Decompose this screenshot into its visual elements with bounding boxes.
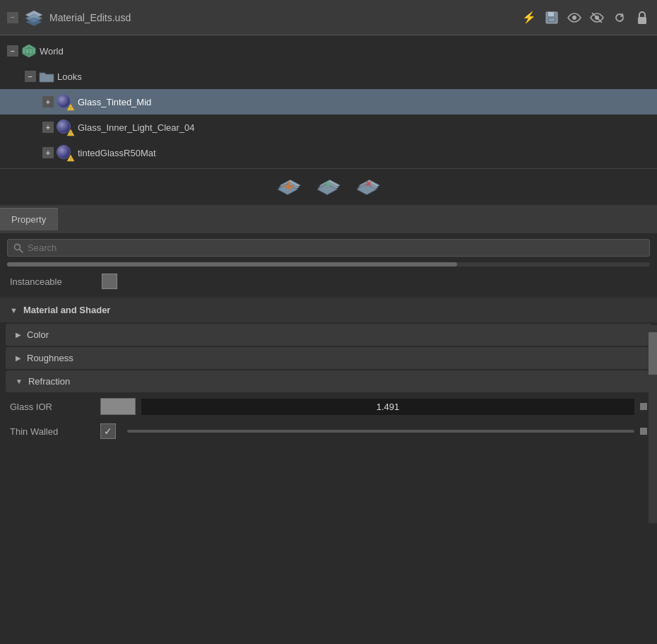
collapse-world[interactable]: − xyxy=(7,45,18,57)
lightning-icon[interactable]: ⚡ xyxy=(521,10,537,25)
load-sublayer-button[interactable] xyxy=(276,175,302,200)
subsection-roughness[interactable]: ▶ Roughness xyxy=(6,347,651,369)
tree-label-world: World xyxy=(40,46,64,57)
tree-item-world[interactable]: − World xyxy=(0,38,657,64)
warning-triangle-icon: ! xyxy=(66,103,75,111)
expand-tinted-glass[interactable]: + xyxy=(42,147,54,158)
subsection-label-refraction: Refraction xyxy=(28,376,70,387)
property-header: Property xyxy=(0,205,657,233)
glass-ior-input[interactable] xyxy=(141,399,634,415)
property-tab[interactable]: Property xyxy=(0,208,58,230)
search-scrollbar xyxy=(7,262,650,267)
instanceable-row: Instanceable xyxy=(0,269,657,293)
lock-icon[interactable] xyxy=(634,10,650,25)
svg-rect-10 xyxy=(638,17,646,24)
expand-glass-inner[interactable]: + xyxy=(42,122,54,133)
thin-walled-dot xyxy=(640,428,647,435)
instanceable-checkbox[interactable] xyxy=(102,274,117,289)
tree-label-glass-tinted-mid: Glass_Tinted_Mid xyxy=(78,97,151,107)
glass-ior-dot xyxy=(640,403,647,410)
thin-walled-checkbox[interactable]: ✓ xyxy=(100,423,116,439)
subsection-refraction[interactable]: ▼ Refraction xyxy=(6,370,651,392)
field-glass-ior: Glass IOR xyxy=(0,394,657,419)
tree-item-looks[interactable]: − Looks xyxy=(0,64,657,89)
search-input[interactable] xyxy=(28,242,644,253)
title-actions: ⚡ xyxy=(521,10,650,25)
search-icon xyxy=(13,243,23,253)
layers-icon xyxy=(24,9,44,26)
title-filename: Material_Edits.usd xyxy=(49,12,131,23)
eye-icon[interactable] xyxy=(567,10,582,25)
material-icon-glass-inner: ! xyxy=(57,118,75,136)
section-material-shader[interactable]: ▼ Material and Shader xyxy=(0,298,657,322)
remove-sublayer-button[interactable]: ✕ xyxy=(355,175,381,200)
subsection-chevron-refraction: ▼ xyxy=(16,377,23,385)
expand-glass-tinted[interactable]: + xyxy=(42,96,54,107)
minimize-button[interactable]: − xyxy=(7,12,18,23)
world-icon xyxy=(21,43,37,59)
title-bar: − Material_Edits.usd ⚡ xyxy=(0,0,657,35)
right-scrollbar[interactable] xyxy=(649,325,657,523)
glass-ior-swatch[interactable] xyxy=(100,398,136,415)
thin-walled-slider[interactable] xyxy=(127,430,634,433)
svg-text:✕: ✕ xyxy=(365,180,372,188)
refresh-icon[interactable] xyxy=(612,10,627,25)
collapse-looks[interactable]: − xyxy=(25,71,36,82)
svg-rect-4 xyxy=(548,12,554,16)
eye-slash-icon[interactable] xyxy=(589,10,605,25)
subsection-label-roughness: Roughness xyxy=(27,353,73,363)
search-scrollbar-thumb xyxy=(7,262,457,267)
warning-triangle-icon-3: ! xyxy=(66,153,75,162)
search-bar xyxy=(7,239,650,257)
tree-item-glass-inner[interactable]: + ! Glass_Inner_Light_Clear_04 xyxy=(0,115,657,140)
svg-text:+: + xyxy=(326,180,331,188)
subsection-chevron-color: ▶ xyxy=(16,331,21,339)
subsection-label-color: Color xyxy=(27,329,49,340)
save-icon[interactable] xyxy=(544,10,560,25)
tree-label-tinted-glass: tintedGlassR50Mat xyxy=(78,148,156,158)
tree-item-glass-tinted-mid[interactable]: + ! Glass_Tinted_Mid xyxy=(0,89,657,115)
section-label-material-shader: Material and Shader xyxy=(23,305,111,315)
glass-ior-label: Glass IOR xyxy=(10,402,95,412)
section-chevron-down: ▼ xyxy=(10,306,18,315)
subsection-chevron-roughness: ▶ xyxy=(16,354,21,362)
svg-point-7 xyxy=(572,16,576,20)
property-panel: Property Instanceable ▼ Material and Sha… xyxy=(0,205,657,443)
toolbar-row: + ✕ xyxy=(0,168,657,205)
svg-rect-6 xyxy=(549,18,555,21)
field-thin-walled: Thin Walled ✓ xyxy=(0,419,657,443)
material-icon-tinted-glass: ! xyxy=(57,144,75,162)
instanceable-label: Instanceable xyxy=(10,276,95,287)
subsection-color[interactable]: ▶ Color xyxy=(6,324,651,346)
tree-item-tinted-glass[interactable]: + ! tintedGlassR50Mat xyxy=(0,140,657,165)
tree-label-glass-inner: Glass_Inner_Light_Clear_04 xyxy=(78,122,195,133)
add-sublayer-button[interactable]: + xyxy=(316,175,341,200)
title-left: − Material_Edits.usd xyxy=(7,9,131,26)
folder-icon xyxy=(39,70,54,83)
tree-panel: − World − Looks + ! Glass_T xyxy=(0,35,657,168)
tree-label-looks: Looks xyxy=(57,71,82,82)
right-scrollbar-thumb[interactable] xyxy=(649,332,657,375)
thin-walled-label: Thin Walled xyxy=(10,426,95,437)
material-icon-glass-tinted: ! xyxy=(57,93,75,111)
svg-line-31 xyxy=(20,249,23,252)
warning-triangle-icon-2: ! xyxy=(66,128,75,136)
